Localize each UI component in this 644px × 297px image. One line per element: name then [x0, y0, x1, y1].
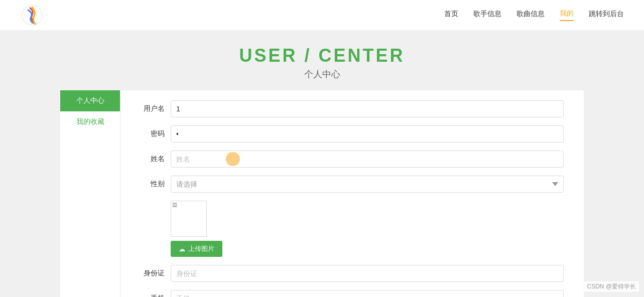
nav-home[interactable]: 首页 — [444, 10, 458, 21]
nav-mine[interactable]: 我的 — [560, 9, 574, 21]
watermark-text: CSDN @爱得学长 — [587, 283, 636, 290]
name-row: 姓名 — [141, 151, 564, 168]
password-label: 密码 — [141, 129, 171, 138]
title-en-part2: CENTER — [319, 45, 405, 66]
sidebar: 个人中心 我的收藏 — [60, 90, 120, 297]
main-content: 个人中心 我的收藏 用户名 密码 姓名 — [0, 90, 644, 297]
gender-row: 性别 请选择 男 女 — [141, 176, 564, 193]
sidebar-item-personal-center[interactable]: 个人中心 — [60, 90, 120, 111]
watermark: CSDN @爱得学长 — [584, 281, 639, 292]
password-row: 密码 — [141, 125, 564, 142]
nav-backend[interactable]: 跳转到后台 — [589, 10, 624, 21]
page-title-area: USER / CENTER 个人中心 — [0, 30, 644, 90]
nav-song-info[interactable]: 歌曲信息 — [517, 10, 545, 21]
gender-select[interactable]: 请选择 男 女 — [171, 176, 564, 193]
phone-row: 手机 — [141, 290, 564, 297]
idcard-input[interactable] — [171, 265, 564, 282]
name-input[interactable] — [171, 151, 564, 168]
upload-label: 上传图片 — [188, 244, 214, 253]
idcard-label: 身份证 — [141, 269, 171, 278]
image-broken-icon: 🖼 — [171, 201, 178, 209]
form-area: 用户名 密码 姓名 性别 请选择 男 女 — [120, 90, 584, 297]
sidebar-item-favorites[interactable]: 我的收藏 — [60, 111, 120, 132]
title-en-part1: USER — [239, 45, 297, 66]
page-title-zh: 个人中心 — [0, 68, 644, 80]
username-row: 用户名 — [141, 100, 564, 117]
username-label: 用户名 — [141, 104, 171, 113]
name-label: 姓名 — [141, 155, 171, 164]
nav-links: 首页 歌手信息 歌曲信息 我的 跳转到后台 — [444, 9, 624, 21]
image-upload-row: 🖼 ☁ 上传图片 — [141, 201, 564, 257]
upload-cloud-icon: ☁ — [179, 245, 185, 253]
upload-button[interactable]: ☁ 上传图片 — [171, 241, 222, 257]
title-slash: / — [298, 45, 319, 66]
page-title-en: USER / CENTER — [0, 45, 644, 66]
logo-icon — [20, 3, 44, 27]
header: 首页 歌手信息 歌曲信息 我的 跳转到后台 — [0, 0, 644, 30]
image-upload-content: 🖼 ☁ 上传图片 — [171, 201, 222, 257]
nav-singer-info[interactable]: 歌手信息 — [473, 10, 501, 21]
logo-area — [20, 3, 44, 27]
idcard-row: 身份证 — [141, 265, 564, 282]
password-input[interactable] — [171, 125, 564, 142]
username-input[interactable] — [171, 100, 564, 117]
container: 个人中心 我的收藏 用户名 密码 姓名 — [60, 90, 584, 297]
phone-label: 手机 — [141, 294, 171, 297]
image-preview: 🖼 — [171, 201, 207, 237]
phone-input[interactable] — [171, 290, 564, 297]
gender-label: 性别 — [141, 180, 171, 189]
